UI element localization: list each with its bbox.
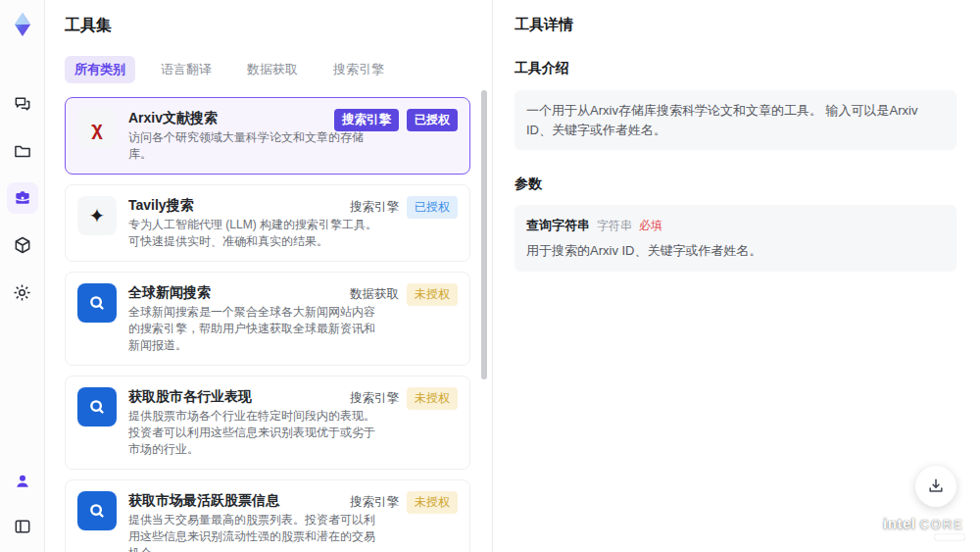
tool-card[interactable]: 全球新闻搜索全球新闻搜索是一个聚合全球各大新闻网站内容的搜索引擎，帮助用户快速获… bbox=[65, 272, 470, 366]
tool-title: 全球新闻搜索 bbox=[128, 283, 379, 301]
tab-1[interactable]: 语言翻译 bbox=[151, 56, 221, 83]
tools-panel: 工具集 所有类别语言翻译数据获取搜索引擎 χArxiv文献搜索访问各个研究领域大… bbox=[45, 0, 492, 552]
tool-badges: 搜索引擎未授权 bbox=[350, 387, 458, 410]
tool-badges: 搜索引擎已授权 bbox=[350, 196, 458, 219]
scrollbar-thumb[interactable] bbox=[481, 90, 487, 379]
category-badge: 搜索引擎 bbox=[334, 109, 399, 131]
tool-description: 提供当天交易量最高的股票列表。投资者可以利用这些信息来识别流动性强的股票和潜在的… bbox=[128, 512, 379, 552]
tool-badges: 数据获取未授权 bbox=[350, 283, 458, 306]
category-badge: 搜索引擎 bbox=[350, 494, 399, 511]
auth-status-badge: 未授权 bbox=[407, 387, 458, 410]
gear-icon[interactable] bbox=[7, 276, 38, 308]
user-icon[interactable] bbox=[7, 466, 38, 497]
core-wordmark: CORE bbox=[919, 517, 964, 531]
folder-icon[interactable] bbox=[7, 135, 38, 167]
param-card: 查询字符串 字符串 必填 用于搜索的Arxiv ID、关键字或作者姓名。 bbox=[514, 205, 956, 272]
news-search-icon bbox=[77, 387, 117, 427]
tool-description: 全球新闻搜索是一个聚合全球各大新闻网站内容的搜索引擎，帮助用户快速获取全球最新资… bbox=[128, 304, 379, 354]
category-badge: 搜索引擎 bbox=[350, 199, 399, 216]
rail-bottom bbox=[7, 466, 38, 542]
tab-3[interactable]: 搜索引擎 bbox=[323, 56, 394, 83]
intel-core-logo: intelCORE bbox=[883, 515, 964, 540]
arxiv-icon: χ bbox=[77, 109, 117, 148]
cube-icon[interactable] bbox=[7, 229, 38, 261]
tool-card[interactable]: ✦Tavily搜索专为人工智能代理 (LLM) 构建的搜索引擎工具。可快速提供实… bbox=[65, 184, 470, 262]
app-window: 工具集 所有类别语言翻译数据获取搜索引擎 χArxiv文献搜索访问各个研究领域大… bbox=[0, 0, 980, 552]
tool-card-list: χArxiv文献搜索访问各个研究领域大量科学论文和文章的存储库。搜索引擎已授权✦… bbox=[65, 97, 492, 552]
param-type: 字符串 bbox=[597, 218, 632, 234]
tab-0[interactable]: 所有类别 bbox=[65, 56, 135, 83]
param-description: 用于搜索的Arxiv ID、关键字或作者姓名。 bbox=[526, 242, 945, 260]
auth-status-badge: 已授权 bbox=[407, 196, 458, 219]
detail-title: 工具详情 bbox=[514, 16, 956, 34]
tool-card[interactable]: 获取市场最活跃股票信息提供当天交易量最高的股票列表。投资者可以利用这些信息来识别… bbox=[65, 479, 470, 552]
tool-detail-panel: 工具详情 工具介绍 一个用于从Arxiv存储库搜索科学论文和文章的工具。 输入可… bbox=[492, 0, 980, 552]
param-name: 查询字符串 bbox=[526, 217, 590, 234]
left-rail bbox=[0, 0, 45, 552]
download-button[interactable] bbox=[915, 466, 956, 507]
tab-2[interactable]: 数据获取 bbox=[237, 56, 308, 83]
rail-nav bbox=[7, 88, 38, 308]
tool-description: 专为人工智能代理 (LLM) 构建的搜索引擎工具。可快速提供实时、准确和真实的结… bbox=[128, 217, 379, 250]
download-icon bbox=[926, 477, 946, 496]
tool-title: Tavily搜索 bbox=[128, 196, 379, 214]
brand-sub-mark bbox=[935, 534, 964, 540]
category-badge: 数据获取 bbox=[350, 286, 399, 303]
tool-card[interactable]: χArxiv文献搜索访问各个研究领域大量科学论文和文章的存储库。搜索引擎已授权 bbox=[65, 97, 470, 175]
tool-title: 获取市场最活跃股票信息 bbox=[128, 491, 379, 509]
tool-title: 获取股市各行业表现 bbox=[128, 387, 379, 405]
chat-icon[interactable] bbox=[7, 88, 38, 120]
news-search-icon bbox=[77, 283, 117, 323]
tool-description: 提供股票市场各个行业在特定时间段内的表现。投资者可以利用这些信息来识别表现优于或… bbox=[128, 408, 379, 458]
category-tabs: 所有类别语言翻译数据获取搜索引擎 bbox=[65, 56, 492, 83]
tool-card[interactable]: 获取股市各行业表现提供股票市场各个行业在特定时间段内的表现。投资者可以利用这些信… bbox=[65, 376, 470, 470]
tavily-icon: ✦ bbox=[77, 196, 117, 235]
briefcase-icon[interactable] bbox=[7, 182, 38, 214]
tool-badges: 搜索引擎已授权 bbox=[334, 109, 458, 131]
intro-text: 一个用于从Arxiv存储库搜索科学论文和文章的工具。 输入可以是Arxiv ID… bbox=[514, 90, 956, 150]
category-badge: 搜索引擎 bbox=[350, 390, 399, 407]
tool-description: 访问各个研究领域大量科学论文和文章的存储库。 bbox=[128, 129, 379, 163]
page-title: 工具集 bbox=[65, 16, 492, 36]
app-logo-icon[interactable] bbox=[8, 10, 37, 39]
auth-status-badge: 未授权 bbox=[407, 283, 458, 306]
auth-status-badge: 未授权 bbox=[407, 491, 458, 514]
collapse-panel-icon[interactable] bbox=[7, 511, 38, 542]
param-required-flag: 必填 bbox=[639, 218, 662, 234]
params-heading: 参数 bbox=[514, 176, 956, 193]
auth-status-badge: 已授权 bbox=[407, 109, 458, 131]
news-search-icon bbox=[77, 491, 117, 530]
intro-heading: 工具介绍 bbox=[514, 60, 956, 77]
intel-wordmark: intel bbox=[883, 515, 915, 531]
param-header-row: 查询字符串 字符串 必填 bbox=[526, 217, 945, 234]
tool-badges: 搜索引擎未授权 bbox=[350, 491, 458, 514]
